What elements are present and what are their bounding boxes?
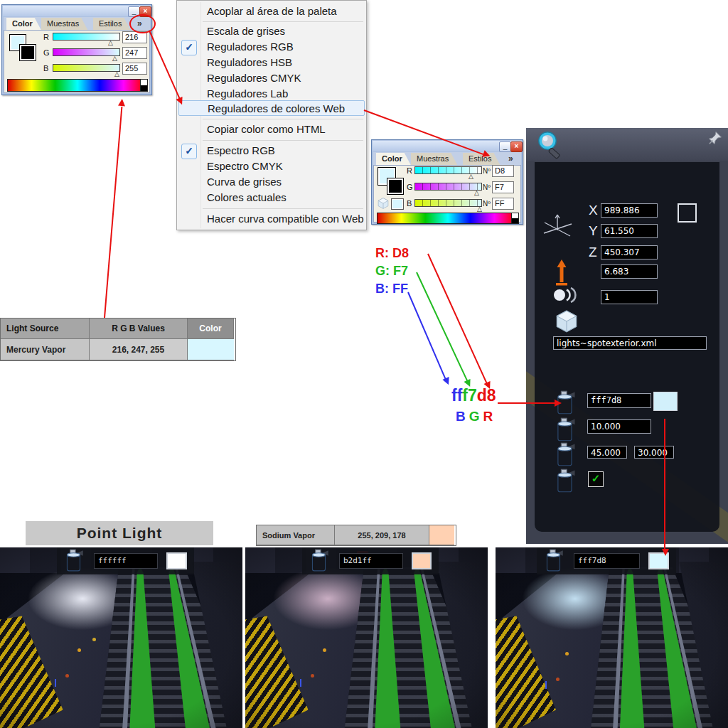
menu-item-copiar-color-html[interactable]: Copiar color como HTML xyxy=(178,122,365,137)
color-spectrum-bar[interactable] xyxy=(7,79,148,92)
b-slider-handle[interactable]: △ xyxy=(114,71,119,77)
arrow-head xyxy=(118,99,126,107)
annotation-r-value: R: D8 xyxy=(375,246,409,261)
spray-can-icon xyxy=(64,548,85,574)
menu-item-espectro-cmyk[interactable]: Espectro CMYK xyxy=(178,159,365,174)
menu-item-colores-actuales[interactable]: Colores actuales xyxy=(178,190,365,205)
light-cone-spray-icon xyxy=(555,441,576,467)
tab-strip: Color Muestras Estilos » xyxy=(373,152,521,165)
z-position-field[interactable]: 450.307 xyxy=(601,245,658,259)
scene-color-overlay: fff7d8 xyxy=(537,547,676,574)
menu-item-reguladores-colores-web[interactable]: Reguladores de colores Web xyxy=(178,100,365,116)
close-button[interactable]: × xyxy=(510,141,523,152)
scene-color-overlay: ffffff xyxy=(57,547,194,574)
table-cell-mercury-color-swatch xyxy=(188,339,234,360)
menu-item-curva-de-grises[interactable]: Curva de grises xyxy=(178,174,365,190)
web-color-swatch[interactable] xyxy=(391,198,404,210)
tab-muestras[interactable]: Muestras xyxy=(41,18,87,30)
light-enabled-spray-icon xyxy=(555,468,576,493)
menu-item-acoplar[interactable]: Acoplar al área de la paleta xyxy=(178,4,365,19)
scene-color-swatch[interactable] xyxy=(166,552,187,569)
tab-estilos[interactable]: Estilos xyxy=(463,153,500,165)
table-header-light-source: Light Source xyxy=(1,318,90,339)
z-axis-label: Z xyxy=(589,245,597,260)
color-spectrum-bar[interactable] xyxy=(377,213,519,224)
editor-properties-panel: X 989.886 Y 61.550 Z 450.307 6.683 1 xyxy=(526,128,728,544)
g-slider-handle[interactable]: △ xyxy=(112,55,117,61)
b-web-slider[interactable] xyxy=(414,199,482,207)
menu-item-escala-de-grises[interactable]: Escala de grises xyxy=(178,23,365,39)
palette-menu-chevron[interactable]: » xyxy=(508,154,513,164)
lock-checkbox[interactable] xyxy=(678,203,697,223)
cone-angle-field-2[interactable]: 30.000 xyxy=(634,446,674,459)
count-field[interactable]: 1 xyxy=(601,290,658,304)
tab-muestras[interactable]: Muestras xyxy=(411,153,457,165)
b-slider-label: B xyxy=(43,64,48,73)
scene-sodium-light: b2d1ff xyxy=(245,547,488,728)
b-slider-handle[interactable]: △ xyxy=(477,206,482,212)
scene-vignette xyxy=(496,547,728,728)
magnifier-icon[interactable] xyxy=(535,130,566,161)
scene-lamp-dot xyxy=(311,674,314,678)
menu-item-curva-compatible-web[interactable]: Hacer curva compatible con Web xyxy=(178,211,365,227)
scene-hex-field[interactable]: b2d1ff xyxy=(339,553,403,569)
menu-item-reguladores-hsb[interactable]: Reguladores HSB xyxy=(178,55,365,70)
background-color-swatch[interactable] xyxy=(19,44,36,61)
tab-color[interactable]: Color xyxy=(376,153,411,165)
menu-item-espectro-rgb[interactable]: Espectro RGB xyxy=(178,143,365,159)
g-slider[interactable] xyxy=(53,48,120,56)
b-slider-label: B xyxy=(407,199,412,208)
menu-item-reguladores-rgb[interactable]: Reguladores RGB xyxy=(178,39,365,55)
r-hex-input[interactable]: D8 xyxy=(492,165,514,177)
r-slider-handle[interactable]: △ xyxy=(108,40,113,46)
light-radius-spray-icon xyxy=(555,417,576,442)
g-value-input[interactable]: 247 xyxy=(122,47,147,59)
scene-color-overlay: b2d1ff xyxy=(302,547,439,574)
color-panel-rgb: _ × Color Muestras Estilos » R △ 216 G △… xyxy=(1,4,152,95)
scene-white-light: ffffff xyxy=(0,547,242,728)
scene-signal xyxy=(300,679,301,687)
tab-color[interactable]: Color xyxy=(6,18,41,30)
tutorial-canvas: _ × Color Muestras Estilos » R △ 216 G △… xyxy=(0,0,728,728)
height-field[interactable]: 6.683 xyxy=(601,264,658,279)
annotation-b-value: B: FF xyxy=(375,282,408,296)
light-color-swatch[interactable] xyxy=(653,392,678,411)
g-web-slider[interactable] xyxy=(414,183,482,191)
minimize-button[interactable]: _ xyxy=(499,141,511,152)
arrow-line xyxy=(427,254,487,384)
table-header-color: Color xyxy=(188,318,234,339)
r-hex-label: Nº xyxy=(483,167,491,175)
cone-angle-field-1[interactable]: 45.000 xyxy=(587,446,627,459)
scene-vignette xyxy=(245,547,488,728)
b-value-input[interactable]: 255 xyxy=(122,63,147,75)
menu-item-reguladores-cmyk[interactable]: Reguladores CMYK xyxy=(178,70,365,86)
r-slider-handle[interactable]: △ xyxy=(469,173,473,179)
scene-hex-field[interactable]: fff7d8 xyxy=(574,553,640,569)
scene-hex-field[interactable]: ffffff xyxy=(94,553,158,569)
lod-circles-icon xyxy=(553,287,577,303)
scene-color-swatch[interactable] xyxy=(412,552,432,569)
light-radius-field[interactable]: 10.000 xyxy=(587,419,651,434)
menu-separator xyxy=(203,140,363,141)
asset-filename-field[interactable]: lights~spotexterior.xml xyxy=(553,336,707,350)
light-color-hex-field[interactable]: fff7d8 xyxy=(587,393,651,408)
x-position-field[interactable]: 989.886 xyxy=(601,203,658,218)
scene-lamp-dot xyxy=(92,638,96,641)
b-slider[interactable] xyxy=(53,64,120,72)
light-enabled-checkbox[interactable]: ✓ xyxy=(588,471,604,487)
background-color-swatch[interactable] xyxy=(387,178,404,195)
r-slider-label: R xyxy=(43,33,49,41)
arrow-line xyxy=(407,292,446,380)
pin-icon[interactable] xyxy=(708,131,722,145)
y-position-field[interactable]: 61.550 xyxy=(601,224,658,238)
order-b: B xyxy=(456,409,469,424)
menu-separator xyxy=(203,119,363,119)
g-hex-input[interactable]: F7 xyxy=(492,181,514,193)
arrow-line xyxy=(664,419,665,550)
b-hex-input[interactable]: FF xyxy=(492,198,514,210)
web-safe-cube-icon[interactable] xyxy=(377,197,390,210)
menu-separator xyxy=(203,21,363,22)
menu-item-reguladores-lab[interactable]: Reguladores Lab xyxy=(178,86,365,102)
tab-estilos[interactable]: Estilos xyxy=(93,18,130,30)
g-slider-handle[interactable]: △ xyxy=(474,190,479,196)
